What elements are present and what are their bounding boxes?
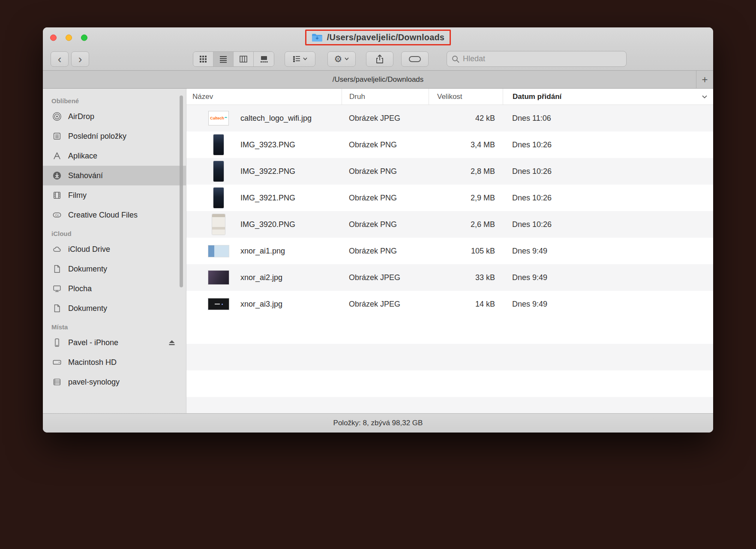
column-view-button[interactable]	[234, 52, 254, 66]
list-view-icon	[219, 55, 227, 63]
phone-screenshot-thumbnail	[213, 134, 224, 155]
file-kind: Obrázek JPEG	[342, 273, 429, 282]
minimize-window-button[interactable]	[66, 34, 72, 41]
tag-button[interactable]	[401, 51, 429, 67]
file-kind: Obrázek PNG	[342, 194, 429, 203]
sidebar-item-label: pavel-synology	[68, 378, 120, 387]
search-field[interactable]	[447, 51, 627, 67]
sidebar-item-airdrop[interactable]: AirDrop	[43, 107, 186, 126]
empty-row	[186, 317, 713, 344]
file-kind: Obrázek PNG	[342, 167, 429, 176]
chevron-down-icon	[345, 57, 349, 60]
share-button[interactable]	[366, 51, 393, 67]
group-by-icon	[293, 56, 300, 63]
add-tab-button[interactable]: +	[696, 71, 713, 88]
sidebar-item-applications[interactable]: Aplikace	[43, 146, 186, 166]
sidebar-item-icloud-drive[interactable]: iCloud Drive	[43, 239, 186, 259]
table-row[interactable]: xnor_ai3.jpg Obrázek JPEG 14 kB Dnes 9:4…	[186, 291, 713, 317]
action-menu-button[interactable]: ⚙	[327, 51, 356, 67]
creative-cloud-icon: Cc	[51, 210, 63, 220]
sidebar-item-synology[interactable]: pavel-synology	[43, 372, 186, 392]
sidebar-item-label: Creative Cloud Files	[68, 211, 138, 220]
sidebar-item-documents-2[interactable]: Dokumenty	[43, 298, 186, 318]
column-view-icon	[240, 55, 247, 63]
caltech-logo-thumbnail: Caltech	[208, 111, 229, 125]
list-header: Název Druh Velikost Datum přidání	[186, 89, 713, 105]
sidebar-item-label: Macintosh HD	[68, 358, 117, 367]
file-kind: Obrázek PNG	[342, 220, 429, 229]
sidebar-item-label: Filmy	[68, 191, 87, 200]
window-controls	[50, 34, 87, 41]
table-row[interactable]: IMG_3921.PNG Obrázek PNG 2,9 MB Dnes 10:…	[186, 185, 713, 211]
sidebar-item-downloads[interactable]: Stahování	[43, 166, 186, 185]
search-input[interactable]	[463, 54, 621, 63]
xnor-image-2-thumbnail	[208, 271, 229, 284]
status-bar: Položky: 8, zbývá 98,32 GB	[43, 413, 713, 433]
column-header-kind[interactable]: Druh	[342, 89, 429, 104]
file-thumbnail: Caltech	[208, 107, 229, 129]
finder-window: /Users/paveljelic/Downloads ‹ ›	[43, 27, 713, 433]
gallery-view-button[interactable]	[254, 52, 274, 66]
sidebar-item-macintosh-hd[interactable]: Macintosh HD	[43, 352, 186, 372]
zoom-window-button[interactable]	[81, 34, 87, 41]
column-header-date-added[interactable]: Datum přidání	[503, 89, 713, 104]
table-row[interactable]: xnor_ai1.png Obrázek PNG 105 kB Dnes 9:4…	[186, 238, 713, 264]
table-row[interactable]: IMG_3922.PNG Obrázek PNG 2,8 MB Dnes 10:…	[186, 158, 713, 185]
column-header-name[interactable]: Název	[186, 89, 342, 104]
table-row[interactable]: IMG_3923.PNG Obrázek PNG 3,4 MB Dnes 10:…	[186, 131, 713, 158]
sidebar-item-label: Dokumenty	[68, 265, 107, 274]
sidebar-item-recents[interactable]: Poslední položky	[43, 126, 186, 146]
table-row[interactable]: IMG_3920.PNG Obrázek PNG 2,6 MB Dnes 10:…	[186, 211, 713, 238]
file-name: IMG_3923.PNG	[240, 140, 295, 149]
file-date-added: Dnes 10:26	[503, 194, 713, 203]
icon-view-button[interactable]	[193, 52, 213, 66]
file-size: 105 kB	[429, 247, 503, 256]
file-thumbnail	[208, 240, 229, 262]
sidebar-item-creative-cloud[interactable]: Cc Creative Cloud Files	[43, 205, 186, 225]
file-thumbnail	[208, 187, 229, 209]
sidebar-item-label: Dokumenty	[68, 304, 107, 313]
table-row[interactable]: xnor_ai2.jpg Obrázek JPEG 33 kB Dnes 9:4…	[186, 264, 713, 291]
gallery-view-icon	[260, 55, 268, 63]
phone-screenshot-light-thumbnail	[212, 214, 225, 235]
sidebar-item-desktop[interactable]: Plocha	[43, 279, 186, 298]
downloads-icon	[51, 171, 63, 180]
view-mode-control	[193, 51, 274, 67]
file-thumbnail	[208, 214, 229, 235]
path-bar: /Users/paveljelic/Downloads +	[43, 71, 713, 89]
file-kind: Obrázek JPEG	[342, 300, 429, 309]
file-name: IMG_3921.PNG	[240, 194, 295, 203]
documents-icon	[51, 304, 63, 313]
table-row[interactable]: Caltech caltech_logo_wifi.jpg Obrázek JP…	[186, 105, 713, 131]
movies-icon	[51, 191, 63, 200]
sidebar-item-label: Stahování	[68, 171, 103, 180]
phone-screenshot-thumbnail	[213, 188, 224, 208]
empty-row	[186, 370, 713, 397]
file-rows: Caltech caltech_logo_wifi.jpg Obrázek JP…	[186, 105, 713, 413]
group-by-button[interactable]	[285, 51, 315, 67]
file-kind: Obrázek PNG	[342, 247, 429, 256]
sidebar-item-movies[interactable]: Filmy	[43, 185, 186, 205]
file-name: caltech_logo_wifi.jpg	[240, 114, 312, 123]
sidebar-item-label: AirDrop	[68, 112, 94, 121]
empty-row	[186, 397, 713, 413]
file-size: 2,8 MB	[429, 167, 503, 176]
forward-button[interactable]: ›	[71, 51, 89, 67]
xnor-image-3-thumbnail	[208, 298, 229, 310]
list-view-button[interactable]	[213, 52, 234, 66]
file-thumbnail	[208, 161, 229, 182]
sidebar-item-iphone[interactable]: Pavel - iPhone	[43, 333, 186, 352]
sidebar-item-documents[interactable]: Dokumenty	[43, 259, 186, 279]
sidebar-item-label: Poslední položky	[68, 132, 126, 141]
title-bar[interactable]: /Users/paveljelic/Downloads	[43, 27, 713, 48]
close-window-button[interactable]	[50, 34, 57, 41]
svg-text:Cc: Cc	[55, 213, 59, 217]
back-button[interactable]: ‹	[51, 51, 69, 67]
file-list: Název Druh Velikost Datum přidání	[186, 89, 713, 413]
file-date-added: Dnes 10:26	[503, 167, 713, 176]
eject-icon[interactable]	[168, 339, 176, 346]
sidebar-scrollbar[interactable]	[180, 95, 183, 287]
file-name: xnor_ai3.jpg	[240, 300, 282, 309]
file-date-added: Dnes 11:06	[503, 114, 713, 123]
column-header-size[interactable]: Velikost	[429, 89, 503, 104]
